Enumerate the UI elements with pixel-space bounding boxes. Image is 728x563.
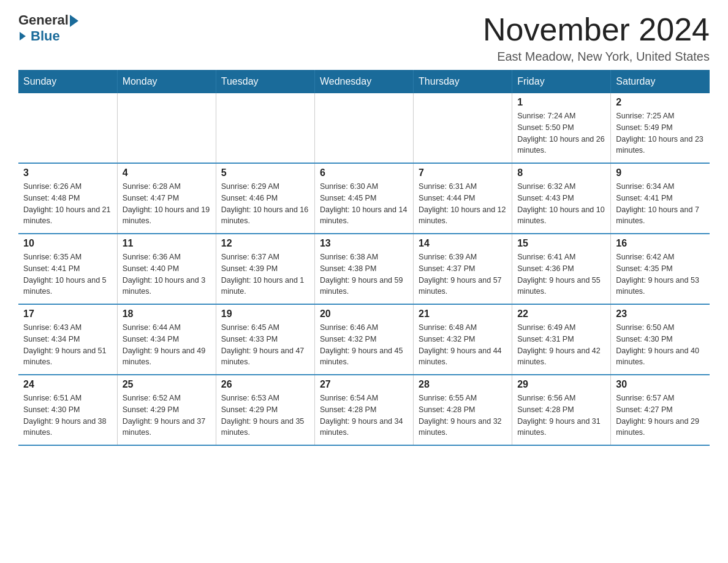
- day-info: Sunrise: 6:49 AMSunset: 4:31 PMDaylight:…: [517, 322, 605, 368]
- calendar-week-2: 10Sunrise: 6:35 AMSunset: 4:41 PMDayligh…: [18, 234, 710, 304]
- calendar-cell: 7Sunrise: 6:31 AMSunset: 4:44 PMDaylight…: [414, 163, 512, 234]
- calendar-cell: 11Sunrise: 6:36 AMSunset: 4:40 PMDayligh…: [117, 234, 216, 304]
- day-of-week-monday: Monday: [117, 70, 216, 93]
- title-section: November 2024 East Meadow, New York, Uni…: [483, 12, 710, 64]
- day-number: 15: [517, 238, 605, 249]
- day-of-week-friday: Friday: [512, 70, 611, 93]
- calendar-week-4: 24Sunrise: 6:51 AMSunset: 4:30 PMDayligh…: [18, 375, 710, 445]
- day-number: 24: [23, 379, 112, 390]
- calendar-cell: 3Sunrise: 6:26 AMSunset: 4:48 PMDaylight…: [18, 163, 117, 234]
- day-number: 26: [221, 379, 309, 390]
- calendar-cell: 29Sunrise: 6:56 AMSunset: 4:28 PMDayligh…: [512, 375, 611, 445]
- day-of-week-sunday: Sunday: [18, 70, 117, 93]
- day-number: 6: [320, 167, 408, 178]
- calendar-cell: 18Sunrise: 6:44 AMSunset: 4:34 PMDayligh…: [117, 304, 216, 375]
- day-info: Sunrise: 6:56 AMSunset: 4:28 PMDaylight:…: [517, 393, 605, 439]
- day-info: Sunrise: 6:32 AMSunset: 4:43 PMDaylight:…: [517, 181, 605, 227]
- calendar-cell: 28Sunrise: 6:55 AMSunset: 4:28 PMDayligh…: [414, 375, 512, 445]
- calendar-cell: 21Sunrise: 6:48 AMSunset: 4:32 PMDayligh…: [414, 304, 512, 375]
- day-of-week-saturday: Saturday: [611, 70, 710, 93]
- logo-arrow-icon: [70, 15, 78, 27]
- calendar-cell: [117, 93, 216, 163]
- day-number: 28: [419, 379, 507, 390]
- day-info: Sunrise: 7:25 AMSunset: 5:49 PMDaylight:…: [616, 110, 705, 156]
- day-info: Sunrise: 6:28 AMSunset: 4:47 PMDaylight:…: [123, 181, 211, 227]
- day-info: Sunrise: 6:50 AMSunset: 4:30 PMDaylight:…: [616, 322, 705, 368]
- logo: General Blue: [18, 12, 78, 44]
- day-info: Sunrise: 6:48 AMSunset: 4:32 PMDaylight:…: [419, 322, 507, 368]
- calendar-cell: 20Sunrise: 6:46 AMSunset: 4:32 PMDayligh…: [314, 304, 413, 375]
- calendar-week-1: 3Sunrise: 6:26 AMSunset: 4:48 PMDaylight…: [18, 163, 710, 234]
- day-info: Sunrise: 6:38 AMSunset: 4:38 PMDaylight:…: [320, 251, 408, 297]
- calendar-cell: 10Sunrise: 6:35 AMSunset: 4:41 PMDayligh…: [18, 234, 117, 304]
- day-number: 13: [320, 238, 408, 249]
- day-number: 9: [616, 167, 705, 178]
- day-info: Sunrise: 6:30 AMSunset: 4:45 PMDaylight:…: [320, 181, 408, 227]
- calendar-week-0: 1Sunrise: 7:24 AMSunset: 5:50 PMDaylight…: [18, 93, 710, 163]
- calendar-cell: 30Sunrise: 6:57 AMSunset: 4:27 PMDayligh…: [611, 375, 710, 445]
- month-title: November 2024: [483, 12, 710, 47]
- logo-blue-text: Blue: [31, 28, 60, 44]
- calendar-cell: 12Sunrise: 6:37 AMSunset: 4:39 PMDayligh…: [216, 234, 314, 304]
- calendar-cell: 27Sunrise: 6:54 AMSunset: 4:28 PMDayligh…: [314, 375, 413, 445]
- day-number: 16: [616, 238, 705, 249]
- day-number: 11: [123, 238, 211, 249]
- day-info: Sunrise: 6:51 AMSunset: 4:30 PMDaylight:…: [23, 393, 112, 439]
- day-info: Sunrise: 6:41 AMSunset: 4:36 PMDaylight:…: [517, 251, 605, 297]
- calendar-body: 1Sunrise: 7:24 AMSunset: 5:50 PMDaylight…: [18, 93, 710, 445]
- calendar-header: SundayMondayTuesdayWednesdayThursdayFrid…: [18, 70, 710, 93]
- day-of-week-thursday: Thursday: [414, 70, 512, 93]
- day-number: 1: [517, 97, 605, 108]
- day-info: Sunrise: 7:24 AMSunset: 5:50 PMDaylight:…: [517, 110, 605, 156]
- calendar-cell: 15Sunrise: 6:41 AMSunset: 4:36 PMDayligh…: [512, 234, 611, 304]
- calendar-cell: [314, 93, 413, 163]
- day-info: Sunrise: 6:31 AMSunset: 4:44 PMDaylight:…: [419, 181, 507, 227]
- calendar-cell: 16Sunrise: 6:42 AMSunset: 4:35 PMDayligh…: [611, 234, 710, 304]
- day-info: Sunrise: 6:55 AMSunset: 4:28 PMDaylight:…: [419, 393, 507, 439]
- calendar-cell: 9Sunrise: 6:34 AMSunset: 4:41 PMDaylight…: [611, 163, 710, 234]
- day-number: 23: [616, 308, 705, 320]
- day-of-week-wednesday: Wednesday: [314, 70, 413, 93]
- calendar-cell: 22Sunrise: 6:49 AMSunset: 4:31 PMDayligh…: [512, 304, 611, 375]
- calendar-cell: [216, 93, 314, 163]
- calendar-cell: 25Sunrise: 6:52 AMSunset: 4:29 PMDayligh…: [117, 375, 216, 445]
- day-info: Sunrise: 6:53 AMSunset: 4:29 PMDaylight:…: [221, 393, 309, 439]
- calendar-cell: [18, 93, 117, 163]
- calendar-cell: [414, 93, 512, 163]
- days-of-week-row: SundayMondayTuesdayWednesdayThursdayFrid…: [18, 70, 710, 93]
- calendar-cell: 2Sunrise: 7:25 AMSunset: 5:49 PMDaylight…: [611, 93, 710, 163]
- calendar-cell: 5Sunrise: 6:29 AMSunset: 4:46 PMDaylight…: [216, 163, 314, 234]
- logo-general-text: General: [18, 12, 69, 28]
- day-number: 27: [320, 379, 408, 390]
- location-subtitle: East Meadow, New York, United States: [483, 50, 710, 64]
- day-info: Sunrise: 6:45 AMSunset: 4:33 PMDaylight:…: [221, 322, 309, 368]
- calendar-table: SundayMondayTuesdayWednesdayThursdayFrid…: [18, 70, 710, 446]
- calendar-cell: 19Sunrise: 6:45 AMSunset: 4:33 PMDayligh…: [216, 304, 314, 375]
- calendar-cell: 23Sunrise: 6:50 AMSunset: 4:30 PMDayligh…: [611, 304, 710, 375]
- day-number: 20: [320, 308, 408, 320]
- page-header: General Blue November 2024 East Meadow, …: [18, 12, 710, 64]
- day-number: 5: [221, 167, 309, 178]
- day-info: Sunrise: 6:39 AMSunset: 4:37 PMDaylight:…: [419, 251, 507, 297]
- day-info: Sunrise: 6:54 AMSunset: 4:28 PMDaylight:…: [320, 393, 408, 439]
- day-info: Sunrise: 6:42 AMSunset: 4:35 PMDaylight:…: [616, 251, 705, 297]
- day-info: Sunrise: 6:36 AMSunset: 4:40 PMDaylight:…: [123, 251, 211, 297]
- day-number: 12: [221, 238, 309, 249]
- day-number: 2: [616, 97, 705, 108]
- day-number: 25: [123, 379, 211, 390]
- day-info: Sunrise: 6:29 AMSunset: 4:46 PMDaylight:…: [221, 181, 309, 227]
- day-info: Sunrise: 6:26 AMSunset: 4:48 PMDaylight:…: [23, 181, 112, 227]
- day-number: 22: [517, 308, 605, 320]
- day-number: 18: [123, 308, 211, 320]
- day-info: Sunrise: 6:52 AMSunset: 4:29 PMDaylight:…: [123, 393, 211, 439]
- day-info: Sunrise: 6:57 AMSunset: 4:27 PMDaylight:…: [616, 393, 705, 439]
- day-number: 7: [419, 167, 507, 178]
- calendar-cell: 1Sunrise: 7:24 AMSunset: 5:50 PMDaylight…: [512, 93, 611, 163]
- day-info: Sunrise: 6:44 AMSunset: 4:34 PMDaylight:…: [123, 322, 211, 368]
- day-info: Sunrise: 6:43 AMSunset: 4:34 PMDaylight:…: [23, 322, 112, 368]
- calendar-cell: 13Sunrise: 6:38 AMSunset: 4:38 PMDayligh…: [314, 234, 413, 304]
- day-number: 4: [123, 167, 211, 178]
- day-info: Sunrise: 6:37 AMSunset: 4:39 PMDaylight:…: [221, 251, 309, 297]
- day-info: Sunrise: 6:34 AMSunset: 4:41 PMDaylight:…: [616, 181, 705, 227]
- day-number: 19: [221, 308, 309, 320]
